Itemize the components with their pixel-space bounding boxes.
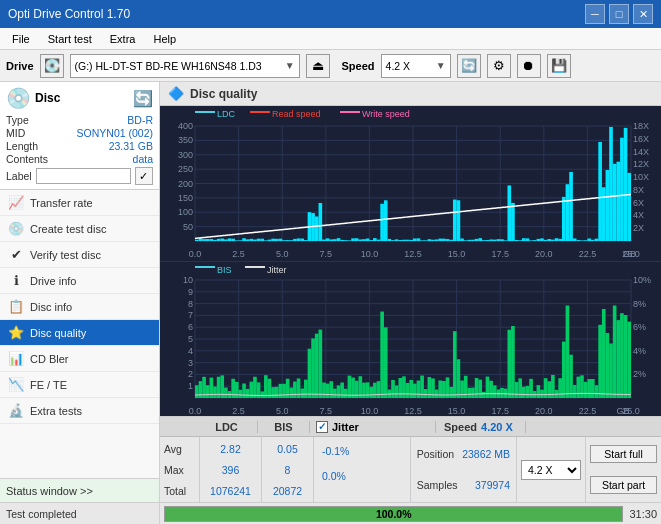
jitter-avg: -0.1% <box>322 445 349 457</box>
disc-label-confirm-button[interactable]: ✓ <box>135 167 153 185</box>
disc-quality-title: Disc quality <box>190 87 257 101</box>
samples-row: Samples 379974 <box>417 479 510 491</box>
sidebar-item-disc-quality-label: Disc quality <box>30 327 86 339</box>
bis-avg: 0.05 <box>266 443 309 455</box>
disc-type-value: BD-R <box>127 114 153 126</box>
jitter-header-label: Jitter <box>332 421 359 433</box>
disc-label-input[interactable] <box>36 168 131 184</box>
drive-label: Drive <box>6 60 34 72</box>
ldc-total: 1076241 <box>204 485 257 497</box>
save-button[interactable]: 💾 <box>547 54 571 78</box>
start-full-button[interactable]: Start full <box>590 445 657 463</box>
start-part-button[interactable]: Start part <box>590 476 657 494</box>
disc-length-label: Length <box>6 140 38 152</box>
window-controls: ─ □ ✕ <box>585 4 653 24</box>
ldc-max: 396 <box>204 464 257 476</box>
main-layout: 💿 Disc 🔄 Type BD-R MID SONYN01 (002) Len… <box>0 82 661 524</box>
minimize-button[interactable]: ─ <box>585 4 605 24</box>
sidebar-item-drive-info[interactable]: ℹ Drive info <box>0 268 159 294</box>
stats-col-ldc: LDC <box>196 421 258 433</box>
drive-bar: Drive 💽 (G:) HL-DT-ST BD-RE WH16NS48 1.D… <box>0 50 661 82</box>
jitter-checkbox[interactable]: ✓ <box>316 421 328 433</box>
transfer-rate-icon: 📈 <box>8 195 24 210</box>
drive-dropdown-arrow: ▼ <box>285 60 295 71</box>
status-text: Test completed <box>6 508 77 520</box>
disc-quality-icon: ⭐ <box>8 325 24 340</box>
settings-button[interactable]: ⚙ <box>487 54 511 78</box>
menu-file[interactable]: File <box>4 31 38 47</box>
sidebar-item-disc-quality[interactable]: ⭐ Disc quality <box>0 320 159 346</box>
sidebar-item-create-test-disc-label: Create test disc <box>30 223 106 235</box>
samples-value: 379974 <box>475 479 510 491</box>
sidebar-item-disc-info[interactable]: 📋 Disc info <box>0 294 159 320</box>
disc-refresh-icon[interactable]: 🔄 <box>133 89 153 108</box>
ldc-avg: 2.82 <box>204 443 257 455</box>
sidebar-item-cd-bler-label: CD Bler <box>30 353 69 365</box>
speed-header-value: 4.20 X <box>481 421 513 433</box>
start-buttons-col: Start full Start part <box>586 437 661 502</box>
bis-chart-section <box>160 262 661 416</box>
speed-dropdown[interactable]: 4.2 X 2.0 X Max <box>521 460 581 480</box>
sidebar-item-extra-tests[interactable]: 🔬 Extra tests <box>0 398 159 424</box>
record-button[interactable]: ⏺ <box>517 54 541 78</box>
eject-button[interactable]: ⏏ <box>306 54 330 78</box>
stats-col-speed-header: Speed 4.20 X <box>436 421 526 433</box>
stat-row-labels: Avg Max Total <box>160 437 200 502</box>
max-label: Max <box>164 464 195 476</box>
status-window[interactable]: Status window >> <box>0 478 159 502</box>
progress-time: 31:30 <box>629 508 657 520</box>
sidebar-item-drive-info-label: Drive info <box>30 275 76 287</box>
speed-select[interactable]: 4.2 X ▼ <box>381 54 451 78</box>
stats-col-jitter-header: ✓ Jitter <box>310 421 436 433</box>
drive-select-value: (G:) HL-DT-ST BD-RE WH16NS48 1.D3 <box>75 60 262 72</box>
disc-contents-value: data <box>133 153 153 165</box>
cd-bler-icon: 📊 <box>8 351 24 366</box>
refresh-button[interactable]: 🔄 <box>457 54 481 78</box>
title-bar: Opti Drive Control 1.70 ─ □ ✕ <box>0 0 661 28</box>
bis-total: 20872 <box>266 485 309 497</box>
chart-container <box>160 106 661 416</box>
maximize-button[interactable]: □ <box>609 4 629 24</box>
stats-col-bis: BIS <box>258 421 310 433</box>
sidebar-item-fe-te[interactable]: 📉 FE / TE <box>0 372 159 398</box>
menu-help[interactable]: Help <box>145 31 184 47</box>
disc-contents-label: Contents <box>6 153 48 165</box>
disc-panel-title: Disc <box>35 91 60 105</box>
bis-data-col: 0.05 8 20872 <box>262 437 314 502</box>
app-title: Opti Drive Control 1.70 <box>8 7 130 21</box>
sidebar-item-verify-test-disc[interactable]: ✔ Verify test disc <box>0 242 159 268</box>
ldc-canvas <box>160 106 661 261</box>
menu-extra[interactable]: Extra <box>102 31 144 47</box>
drive-icon[interactable]: 💽 <box>40 54 64 78</box>
disc-header: 💿 Disc 🔄 <box>6 86 153 110</box>
sidebar-nav: 📈 Transfer rate 💿 Create test disc ✔ Ver… <box>0 190 159 478</box>
disc-icon: 💿 <box>6 86 31 110</box>
speed-header-label: Speed <box>444 421 477 433</box>
bis-max: 8 <box>266 464 309 476</box>
disc-type-row: Type BD-R <box>6 114 153 126</box>
samples-label: Samples <box>417 479 458 491</box>
fe-te-icon: 📉 <box>8 377 24 392</box>
sidebar-item-transfer-rate[interactable]: 📈 Transfer rate <box>0 190 159 216</box>
status-completed-bar: Test completed <box>0 502 159 524</box>
jitter-max: 0.0% <box>322 470 346 482</box>
drive-select[interactable]: (G:) HL-DT-ST BD-RE WH16NS48 1.D3 ▼ <box>70 54 300 78</box>
close-button[interactable]: ✕ <box>633 4 653 24</box>
sidebar-item-create-test-disc[interactable]: 💿 Create test disc <box>0 216 159 242</box>
menu-start-test[interactable]: Start test <box>40 31 100 47</box>
stats-header-row: LDC BIS ✓ Jitter Speed 4.20 X <box>160 417 661 437</box>
disc-info-icon: 📋 <box>8 299 24 314</box>
sidebar-item-transfer-rate-label: Transfer rate <box>30 197 93 209</box>
disc-mid-row: MID SONYN01 (002) <box>6 127 153 139</box>
disc-contents-row: Contents data <box>6 153 153 165</box>
disc-mid-label: MID <box>6 127 25 139</box>
jitter-data-col: -0.1% 0.0% <box>314 437 411 502</box>
ldc-chart-section <box>160 106 661 262</box>
speed-label: Speed <box>342 60 375 72</box>
disc-quality-header-icon: 🔷 <box>168 86 184 101</box>
sidebar-item-disc-info-label: Disc info <box>30 301 72 313</box>
progress-bar-area: 100.0% 31:30 <box>160 502 661 524</box>
sidebar-item-extra-tests-label: Extra tests <box>30 405 82 417</box>
sidebar-item-cd-bler[interactable]: 📊 CD Bler <box>0 346 159 372</box>
stats-bar: LDC BIS ✓ Jitter Speed 4.20 X <box>160 416 661 502</box>
